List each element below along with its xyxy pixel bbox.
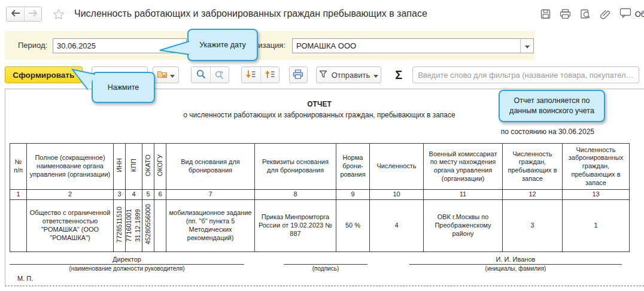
cell-booking-basis-details: Приказ Минпромторга России от 19.02.2023… xyxy=(255,199,336,251)
col-header: ИНН xyxy=(114,144,126,190)
col-header: Вид основания для бронирования xyxy=(166,144,255,190)
organization-input[interactable] xyxy=(293,39,520,53)
signature-sign-caption: (подпись) xyxy=(284,265,367,272)
cell-booking-rate: 50 % xyxy=(336,199,370,251)
preview-icon[interactable] xyxy=(580,9,591,19)
cell-booking-basis-type: мобилизационное задание (пп. "б" пункта … xyxy=(166,199,255,251)
col-number: 3 xyxy=(114,190,126,200)
col-header: Норма брони-рования xyxy=(336,144,370,190)
search-button[interactable] xyxy=(192,67,210,83)
discussions-button[interactable]: Обсужден xyxy=(619,8,644,20)
col-number: 11 xyxy=(424,190,503,200)
col-number: 12 xyxy=(503,190,563,200)
cell-booked-reserve-citizens-count: 1 xyxy=(563,199,630,251)
col-number: 9 xyxy=(336,190,370,200)
col-header: Численность забронированных граждан, пре… xyxy=(563,144,630,190)
link-icon[interactable] xyxy=(600,8,610,19)
table-row: Общество с ограниченной ответственностью… xyxy=(10,199,630,251)
tooltip-tail-left xyxy=(159,40,190,56)
stamp-place-label: М. П. xyxy=(17,275,33,282)
col-header: Реквизиты основания для бронирования xyxy=(255,144,336,190)
signature-name-caption: (инициалы, фамилия) xyxy=(409,265,622,272)
discussions-label: Обсужден xyxy=(635,10,644,19)
report-table: № п/п Полное (сокращенное) наименование … xyxy=(10,143,630,252)
back-arrow-icon xyxy=(11,10,20,19)
press-hint-text: Нажмите xyxy=(108,83,139,92)
signature-sign-block: (подпись) xyxy=(284,256,367,272)
cell-organization-name: Общество с ограниченной ответственностью… xyxy=(27,199,114,251)
military-data-hint-tooltip: Отчет заполняется по данным воинского уч… xyxy=(499,90,605,122)
col-number: 10 xyxy=(370,190,424,200)
back-button[interactable] xyxy=(7,7,24,21)
send-label: Отправить xyxy=(332,71,370,80)
top-bar: Численность работающих и забронированных… xyxy=(0,0,644,28)
col-header: Военный комиссариат по месту нахождения … xyxy=(424,144,503,190)
col-header: ОКАТО xyxy=(142,144,154,190)
cell-okogu xyxy=(154,199,166,251)
date-hint-text: Укажите дату xyxy=(199,41,246,49)
cell-row-number xyxy=(10,199,27,251)
col-number: 7 xyxy=(166,190,255,200)
chevron-down-icon xyxy=(525,41,530,50)
search-button-group xyxy=(191,66,229,83)
forward-arrow-icon xyxy=(28,10,38,19)
col-header: Численность граждан, пребывающих в запас… xyxy=(503,144,563,190)
favorite-star-icon[interactable] xyxy=(53,8,65,20)
search-next-button[interactable] xyxy=(210,67,229,83)
cell-reserve-citizens-count: 3 xyxy=(503,199,563,251)
cell-kpp: 771601001 31.12.1899 xyxy=(126,199,142,251)
signature-position-value: Директор xyxy=(10,256,244,265)
col-header: Полное (сокращенное) наименование органа… xyxy=(27,144,114,190)
forward-button[interactable] xyxy=(24,7,41,21)
cell-okato: 45280556000 xyxy=(142,199,154,251)
col-header: КПП xyxy=(126,144,142,190)
table-column-numbers-row: 1 2 3 4 5 6 7 8 9 10 11 12 13 xyxy=(10,190,630,200)
signature-sign-line xyxy=(284,256,367,265)
col-header: Численность xyxy=(370,144,424,190)
send-button[interactable]: Отправить xyxy=(316,66,382,83)
table-header-row: № п/п Полное (сокращенное) наименование … xyxy=(10,144,630,190)
col-number: 6 xyxy=(154,190,166,200)
organization-dropdown-button[interactable] xyxy=(520,39,533,53)
signature-position-block: Директор (наименование должности руковод… xyxy=(10,256,244,272)
send-icon xyxy=(319,70,328,80)
cell-military-commissariat: ОВК г.Москвы по Преображенскому району xyxy=(424,199,503,251)
col-number: 1 xyxy=(10,190,27,200)
col-number: 2 xyxy=(27,190,114,200)
grouping-button-group xyxy=(241,66,280,83)
page-title: Численность работающих и забронированных… xyxy=(74,8,427,19)
nav-history-group xyxy=(6,7,42,22)
arrow-up-list-icon xyxy=(265,69,275,81)
report-variants-icon xyxy=(157,69,168,80)
col-number: 4 xyxy=(126,190,142,200)
arrow-down-list-icon xyxy=(245,69,256,81)
signature-name-block: И. И. Иванов (инициалы, фамилия) xyxy=(409,256,622,272)
col-header: № п/п xyxy=(10,144,27,190)
report-as-of-date: по состоянию на 30.06.2025 xyxy=(10,128,629,136)
date-hint-tooltip: Укажите дату xyxy=(187,29,258,61)
chevron-down-icon xyxy=(170,71,175,80)
sum-sigma-button[interactable]: Σ xyxy=(391,68,406,82)
report-variants-button[interactable] xyxy=(153,66,179,83)
expand-groups-button[interactable] xyxy=(260,67,279,83)
page-break-dashed-line xyxy=(5,286,644,286)
signature-name-value: И. И. Иванов xyxy=(409,256,622,265)
print-icon[interactable] xyxy=(560,9,571,19)
save-icon[interactable] xyxy=(540,9,551,19)
col-number: 13 xyxy=(563,190,630,200)
collapse-groups-button[interactable] xyxy=(242,67,260,83)
tooltip-tail-upleft xyxy=(71,68,96,91)
discussion-icon xyxy=(619,8,631,20)
col-number: 5 xyxy=(142,190,154,200)
top-actions: Обсужден xyxy=(540,0,644,28)
cell-headcount: 4 xyxy=(370,199,424,251)
filter-input[interactable] xyxy=(412,66,639,83)
printer-icon xyxy=(293,69,303,81)
search-icon xyxy=(196,69,206,81)
organization-field xyxy=(292,38,534,53)
military-data-hint-text: Отчет заполняется по данным воинского уч… xyxy=(505,96,599,116)
signature-position-caption: (наименование должности руководителя) xyxy=(10,265,244,272)
cell-inn: 7728511510 xyxy=(114,199,126,251)
print-report-button[interactable] xyxy=(289,66,308,83)
parameters-bar: Период: Организация: xyxy=(5,31,534,60)
